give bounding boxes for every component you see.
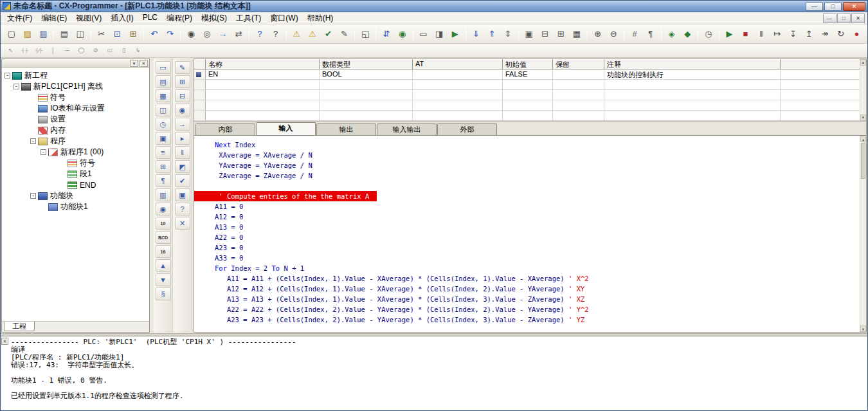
tree-item-function-block1[interactable]: 功能块1 — [2, 201, 149, 212]
scroll-up-icon[interactable]: ▲ — [860, 59, 866, 66]
find-next-button[interactable]: → — [215, 26, 231, 42]
zoom-out-button[interactable]: ⊖ — [606, 26, 621, 42]
find-variable-button[interactable]: ◉ — [175, 104, 190, 116]
debug-mode-button[interactable]: ◨ — [431, 26, 447, 42]
tree-item-new-program1[interactable]: -新程序1 (00) — [2, 147, 149, 158]
tree-item-new-plc1[interactable]: -新PLC1[CP1H] 离线 — [2, 81, 149, 92]
menu-help[interactable]: 帮助(H) — [303, 12, 338, 25]
empty-variable-row[interactable] — [194, 111, 866, 121]
tree-item-section-end[interactable]: END — [2, 179, 149, 190]
code-line-2[interactable]: XAverage = XAverage / N — [194, 150, 866, 160]
tree-item-function-blocks[interactable]: -功能块 — [2, 190, 149, 201]
menu-plc[interactable]: PLC — [138, 12, 162, 25]
column-header-4[interactable]: 初始值 — [503, 59, 553, 69]
cut-button[interactable]: ✂ — [94, 26, 109, 42]
tree-item-new-project[interactable]: -新工程 — [2, 70, 149, 81]
row-selector[interactable] — [194, 69, 206, 80]
empty-variable-row[interactable] — [194, 80, 866, 90]
save-project-button[interactable]: ▥ — [35, 26, 51, 42]
code-line-18[interactable]: A23 = A23 + (Cells(Index, 2).Value - YAv… — [194, 315, 866, 325]
comment-display-button[interactable]: ¶ — [643, 26, 658, 42]
new-document-button[interactable]: ▢ — [4, 26, 19, 42]
tree-item-plc-symbols[interactable]: 符号 — [2, 92, 149, 103]
instruction-box-button[interactable]: ▭ — [103, 45, 116, 57]
grid-toggle-button[interactable]: # — [627, 26, 642, 42]
menu-window[interactable]: 窗口(W) — [266, 12, 302, 25]
fb-check-button[interactable]: ✔ — [175, 174, 190, 187]
coil-button[interactable]: ◯ — [75, 45, 88, 57]
variable-cell[interactable] — [413, 69, 503, 80]
st-code-editor[interactable]: Next Index XAverage = XAverage / N YAver… — [194, 136, 866, 332]
print-preview-button[interactable]: ◫ — [73, 26, 88, 42]
copy-button[interactable]: ⊡ — [109, 26, 125, 42]
collapse-icon[interactable]: - — [14, 84, 19, 89]
redo-button[interactable]: ↷ — [162, 26, 177, 42]
menu-programming[interactable]: 编程(P) — [162, 12, 197, 25]
compile-all-programs-button[interactable]: ⚠ — [305, 26, 320, 42]
variable-cell[interactable]: FALSE — [503, 69, 553, 80]
transfer-from-plc-button[interactable]: ⇑ — [484, 26, 500, 42]
address-display-button[interactable]: ▥ — [156, 188, 171, 201]
menu-view[interactable]: 视图(V) — [71, 12, 106, 25]
code-line-4[interactable]: ZAverage = ZAverage / N — [194, 170, 866, 181]
minimize-button[interactable]: — — [806, 2, 823, 11]
empty-variable-row[interactable] — [194, 90, 866, 100]
next-address-button[interactable]: ▼ — [156, 273, 171, 286]
watch-window-button[interactable]: ◷ — [701, 26, 716, 42]
code-line-7[interactable]: A11 = 0 — [194, 201, 866, 212]
view-mnemonic-button[interactable]: ▤ — [156, 75, 171, 88]
view-split-button[interactable]: ◫ — [156, 104, 171, 116]
watch-button[interactable]: ◷ — [156, 118, 171, 131]
step-out-button[interactable]: ↥ — [801, 26, 817, 42]
tab-external[interactable]: 外部 — [437, 123, 497, 135]
code-line-6[interactable]: ' Compute entries of the the matrix A — [194, 191, 866, 201]
collapse-icon[interactable]: - — [30, 193, 36, 199]
window-tile-vertical-button[interactable]: ⊞ — [553, 26, 568, 42]
code-line-5[interactable] — [194, 181, 866, 191]
fb-protect-button[interactable]: ▣ — [175, 188, 190, 201]
step-in-button[interactable]: ↧ — [786, 26, 801, 42]
display-decimal-button[interactable]: 10 — [156, 217, 171, 230]
compile-program-button[interactable]: ⚠ — [289, 26, 305, 42]
scroll-up-icon[interactable]: ▲ — [860, 136, 866, 142]
horizontal-line-button[interactable]: ─ — [60, 45, 74, 57]
color-palette-button[interactable]: ◩ — [175, 160, 190, 173]
scroll-down-icon[interactable]: ▼ — [860, 325, 866, 332]
previous-address-button[interactable]: ▲ — [156, 259, 171, 272]
tab-output[interactable]: 输出 — [316, 123, 376, 135]
variable-cell[interactable]: 功能块的控制执行 — [604, 69, 781, 80]
output-close-button[interactable]: ✕ — [1, 338, 8, 345]
code-line-17[interactable]: A22 = A22 + (Cells(Index, 2).Value - YAv… — [194, 304, 866, 315]
variable-cell[interactable] — [781, 69, 866, 80]
compare-with-plc-button[interactable]: ⇕ — [500, 26, 516, 42]
code-line-12[interactable]: A33 = 0 — [194, 253, 866, 263]
empty-variable-row[interactable] — [194, 100, 866, 111]
code-line-16[interactable]: A13 = A13 + (Cells(Index, 1).Value - XAv… — [194, 294, 866, 304]
tab-in-out[interactable]: 输入输出 — [377, 123, 437, 135]
tree-item-section1[interactable]: 段1 — [2, 169, 149, 179]
set-breakpoint-button[interactable]: ● — [849, 26, 865, 42]
column-header-3[interactable]: AT — [413, 59, 503, 69]
monitor-toggle-button[interactable]: ◉ — [395, 26, 410, 42]
context-help-button[interactable]: ? — [268, 26, 284, 42]
editor-scrollbar[interactable]: ▲ ▼ — [860, 136, 866, 332]
fb-invocation-button[interactable]: ▯ — [117, 45, 131, 57]
code-line-10[interactable]: A22 = 0 — [194, 232, 866, 242]
tree-item-io-table-unit-setup[interactable]: IO表和单元设置 — [2, 103, 149, 114]
tree-item-plc-settings[interactable]: 设置 — [2, 114, 149, 125]
program-check-button[interactable]: ✔ — [321, 26, 336, 42]
address-monitor-button[interactable]: ◆ — [680, 26, 695, 42]
mdi-restore-button[interactable]: □ — [837, 14, 851, 23]
code-line-14[interactable]: A11 = A11 + (Cells(Index, 1).Value - XAv… — [194, 273, 866, 284]
paste-button[interactable]: ⊞ — [125, 26, 141, 42]
project-tab[interactable]: 工程 — [4, 322, 35, 331]
menu-insert[interactable]: 插入(I) — [106, 12, 138, 25]
online-edit-button[interactable]: ✎ — [337, 26, 352, 42]
tree-item-program-symbols[interactable]: 符号 — [2, 158, 149, 169]
monitor-data-button[interactable]: ◉ — [156, 203, 171, 215]
io-table-button[interactable]: ◱ — [357, 26, 373, 42]
select-mode-button[interactable]: ↖ — [4, 45, 17, 57]
column-header-1[interactable]: 名称 — [206, 59, 320, 69]
menu-edit[interactable]: 编辑(E) — [37, 12, 71, 25]
continuous-step-button[interactable]: ↠ — [817, 26, 833, 42]
